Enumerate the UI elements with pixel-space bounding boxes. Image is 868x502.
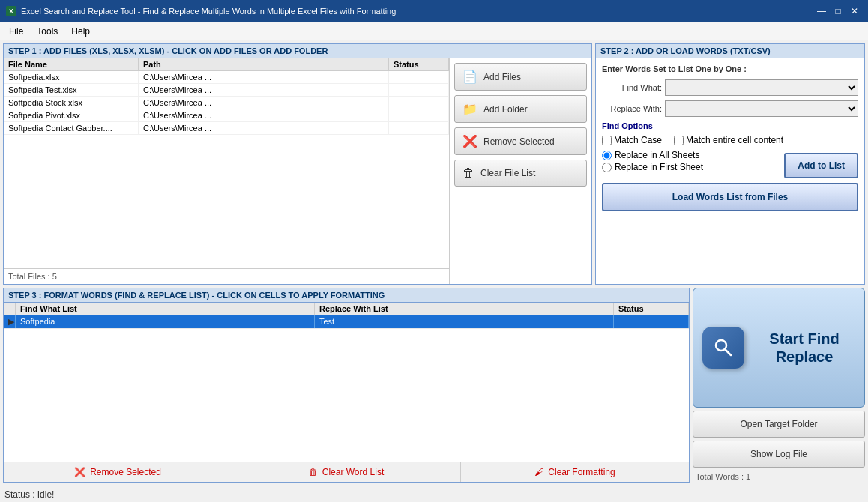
step1-header: STEP 1 : ADD FILES (XLS, XLSX, XLSM) - C…	[4, 44, 591, 58]
add-files-label: Add Files	[483, 72, 521, 82]
add-files-icon: 📄	[462, 70, 477, 84]
replace-first-sheet-input[interactable]	[602, 163, 612, 172]
add-folder-icon: 📁	[462, 102, 477, 116]
file-status	[389, 84, 449, 96]
col-arrow	[4, 303, 16, 315]
file-name: Softpedia Test.xlsx	[4, 84, 139, 96]
bottom-buttons: ❌ Remove Selected 🗑 Clear Word List 🖌 Cl…	[4, 462, 689, 482]
file-path: C:\Users\Mircea ...	[139, 122, 389, 134]
replace-first-sheet-label: Replace in First Sheet	[615, 162, 703, 172]
file-row[interactable]: Softpedia Stock.xlsx C:\Users\Mircea ...	[4, 97, 449, 109]
top-row: STEP 1 : ADD FILES (XLS, XLSX, XLSM) - C…	[3, 43, 865, 285]
add-folder-label: Add Folder	[483, 104, 528, 115]
remove-words-icon: ❌	[74, 467, 85, 477]
col-filename: File Name	[4, 58, 139, 70]
replace-all-sheets-input[interactable]	[602, 151, 612, 160]
load-words-button[interactable]: Load Words List from Files	[602, 183, 858, 211]
minimize-button[interactable]: —	[814, 4, 829, 19]
checkboxes-row: Match Case Match entire cell content	[602, 135, 858, 145]
file-name: Softpedia.xlsx	[4, 71, 139, 83]
col-status: Status	[389, 58, 449, 70]
col-replace-with: Replace With List	[315, 303, 614, 315]
remove-words-label: Remove Selected	[90, 467, 161, 477]
add-files-button[interactable]: 📄 Add Files	[454, 63, 587, 91]
replace-all-sheets-radio[interactable]: Replace in All Sheets	[602, 150, 703, 160]
add-to-list-button[interactable]: Add to List	[784, 153, 858, 178]
titlebar-controls: — □ ✕	[814, 4, 862, 19]
replace-all-sheets-label: Replace in All Sheets	[615, 150, 699, 160]
clear-files-icon: 🗑	[462, 166, 474, 180]
replace-with-input[interactable]	[665, 100, 858, 117]
clear-word-list-button[interactable]: 🗑 Clear Word List	[232, 462, 461, 482]
open-target-folder-button[interactable]: Open Target Folder	[693, 411, 865, 438]
file-table-header: File Name Path Status	[4, 58, 449, 71]
step3-panel: STEP 3 : FORMAT WORDS (FIND & REPLACE LI…	[3, 288, 690, 483]
file-name: Softpedia Contact Gabber....	[4, 122, 139, 134]
statusbar: Status : Idle!	[0, 486, 868, 502]
main-content: STEP 1 : ADD FILES (XLS, XLSX, XLSM) - C…	[0, 40, 868, 486]
app-title: Excel Search and Replace Tool - Find & R…	[21, 7, 396, 16]
find-options-label: Find Options	[602, 121, 858, 130]
word-find[interactable]: Softpedia	[16, 315, 315, 328]
file-path: C:\Users\Mircea ...	[139, 71, 389, 83]
bottom-row: STEP 3 : FORMAT WORDS (FIND & REPLACE LI…	[3, 288, 865, 483]
clear-files-label: Clear File List	[480, 168, 535, 178]
total-files: Total Files : 5	[4, 268, 449, 284]
file-buttons: 📄 Add Files 📁 Add Folder ❌ Remove Select…	[449, 58, 591, 284]
clear-fmt-label: Clear Formatting	[548, 467, 615, 477]
app-icon: X	[6, 6, 16, 16]
file-row[interactable]: Softpedia Test.xlsx C:\Users\Mircea ...	[4, 84, 449, 97]
find-what-row: Find What:	[602, 79, 858, 96]
radio-group: Replace in All Sheets Replace in First S…	[602, 150, 703, 172]
match-case-input[interactable]	[602, 136, 612, 145]
find-what-label: Find What:	[602, 83, 662, 92]
step3-body: Find What List Replace With List Status …	[4, 303, 689, 482]
find-what-input[interactable]	[665, 79, 858, 96]
match-entire-input[interactable]	[674, 136, 684, 145]
word-table-header: Find What List Replace With List Status	[4, 303, 689, 315]
word-replace[interactable]: Test	[315, 315, 614, 328]
step1-body: File Name Path Status Softpedia.xlsx C:\…	[4, 58, 591, 284]
menu-file[interactable]: File	[3, 25, 29, 38]
match-entire-label: Match entire cell content	[686, 135, 783, 145]
start-icon	[702, 327, 744, 369]
step1-panel: STEP 1 : ADD FILES (XLS, XLSX, XLSM) - C…	[3, 43, 592, 285]
file-row[interactable]: Softpedia Pivot.xlsx C:\Users\Mircea ...	[4, 109, 449, 122]
menu-tools[interactable]: Tools	[31, 25, 64, 38]
right-panel: Start Find Replace Open Target Folder Sh…	[693, 288, 865, 483]
word-row[interactable]: ▶ Softpedia Test	[4, 315, 689, 329]
remove-files-icon: ❌	[462, 134, 477, 148]
file-name: Softpedia Stock.xlsx	[4, 97, 139, 109]
match-case-checkbox[interactable]: Match Case	[602, 135, 662, 145]
show-log-file-button[interactable]: Show Log File	[693, 441, 865, 468]
magnifier-icon	[713, 337, 734, 358]
maximize-button[interactable]: □	[831, 4, 846, 19]
file-status	[389, 109, 449, 121]
clear-file-list-button[interactable]: 🗑 Clear File List	[454, 160, 587, 187]
file-row[interactable]: Softpedia Contact Gabber.... C:\Users\Mi…	[4, 122, 449, 135]
match-entire-checkbox[interactable]: Match entire cell content	[674, 135, 783, 145]
remove-selected-files-button[interactable]: ❌ Remove Selected	[454, 127, 587, 155]
col-path: Path	[139, 58, 389, 70]
add-folder-button[interactable]: 📁 Add Folder	[454, 95, 587, 123]
clear-formatting-button[interactable]: 🖌 Clear Formatting	[461, 462, 689, 482]
file-path: C:\Users\Mircea ...	[139, 84, 389, 96]
total-words: Total Words : 1	[693, 471, 865, 483]
close-button[interactable]: ✕	[847, 4, 862, 19]
file-table-body: Softpedia.xlsx C:\Users\Mircea ... Softp…	[4, 71, 449, 268]
file-row[interactable]: Softpedia.xlsx C:\Users\Mircea ...	[4, 71, 449, 84]
replace-first-sheet-radio[interactable]: Replace in First Sheet	[602, 162, 703, 172]
replace-with-row: Replace With:	[602, 100, 858, 117]
file-status	[389, 71, 449, 83]
remove-selected-words-button[interactable]: ❌ Remove Selected	[4, 462, 232, 482]
menu-help[interactable]: Help	[65, 25, 96, 38]
file-status	[389, 122, 449, 134]
col-find-what: Find What List	[16, 303, 315, 315]
replace-with-label: Replace With:	[602, 104, 662, 113]
svg-line-1	[725, 349, 731, 355]
start-btn-text: Start Find Replace	[753, 330, 855, 366]
file-status	[389, 97, 449, 109]
col-word-status: Status	[614, 303, 689, 315]
start-find-replace-button[interactable]: Start Find Replace	[693, 288, 865, 408]
status-label: Status :	[4, 489, 35, 500]
